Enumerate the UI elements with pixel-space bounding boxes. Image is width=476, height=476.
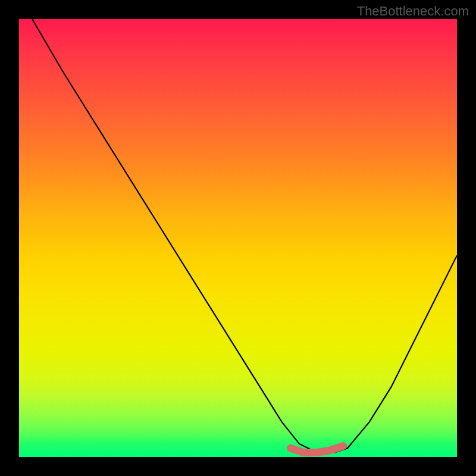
chart-container xyxy=(19,19,457,457)
chart-highlight-svg xyxy=(19,19,457,457)
watermark-text: TheBottleneck.com xyxy=(357,4,469,19)
highlight-segment-path xyxy=(290,446,343,453)
